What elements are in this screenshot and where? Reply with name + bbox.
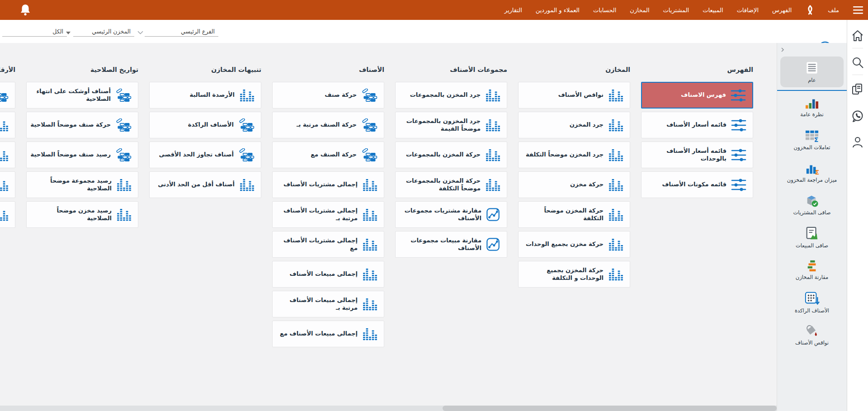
topbar-menu-item[interactable]: ملف [828, 7, 839, 14]
report-card[interactable] [0, 201, 15, 228]
sidebar-item[interactable]: نظرة عامة [777, 91, 847, 123]
report-card-label: حركة صنف [325, 91, 357, 99]
sidebar-item[interactable]: Σتعاملات المخزون [777, 123, 847, 156]
report-card[interactable]: إجمالى مبيعات الأصناف مرتبة بـ [272, 291, 384, 317]
report-card-label: حركة المخزن بالمجموعات [406, 151, 481, 159]
filter-toolbar: المخازن الفرع الرئيسيالمخزن الرئيسيالكل [0, 20, 847, 43]
toolbar-dropdown[interactable]: المخزن الرئيسي [73, 26, 134, 37]
topbar-menu-item[interactable]: الحسابات [593, 7, 616, 14]
search-icon[interactable] [851, 56, 864, 69]
sidebar-item-label: تعاملات المخزون [792, 145, 832, 151]
report-card[interactable]: حركة المخزن بجميع الوحدات و التكلفة [518, 261, 630, 288]
table-sum-icon: Σ [805, 129, 819, 142]
topbar-menu-item[interactable]: الفهرس [772, 7, 792, 14]
topbar-menu-item[interactable]: المشتريات [663, 7, 689, 14]
report-card-label: أصناف أوشكت على انتهاء الصلاحية [30, 88, 111, 103]
equalizer-icon [608, 238, 623, 251]
report-card-label: حركة الصنف مع [311, 151, 357, 159]
sidebar-item[interactable]: الأصناف الراكدة [777, 286, 847, 319]
report-card[interactable]: إجمالى مشتريات الأصناف [272, 171, 384, 198]
report-card[interactable]: إجمالى مبيعات الأصناف مع [272, 321, 384, 347]
report-card[interactable]: الأرصدة السالبة [149, 82, 261, 109]
report-card[interactable]: جرد المخزن بالمجموعات [395, 82, 507, 109]
sidebar-item[interactable]: نواقص الأصناف [777, 319, 847, 351]
report-card[interactable]: جرد المخزن موضحاً التكلفة [518, 142, 630, 168]
report-card-label: حركة المخزن بالمجموعات موضحاً التكلفة [399, 177, 481, 193]
topbar-menu-item[interactable]: التقارير [505, 7, 522, 14]
bricks-icon [115, 89, 132, 102]
report-card[interactable]: حركة الصنف مرتبة بـ [272, 112, 384, 138]
report-card[interactable]: مقارنة مشتريات مجموعات الأصناف [395, 201, 507, 228]
equalizer-icon [608, 118, 623, 132]
report-card[interactable]: حركة الصنف مع [272, 142, 384, 168]
dropdown-selected-value: الفرع الرئيسي [181, 28, 215, 35]
toolbar-dropdown[interactable]: الفرع الرئيسي [145, 26, 218, 37]
report-card[interactable]: مقارنة مبيعات مجموعات الأصناف [395, 231, 507, 258]
report-card[interactable]: إجمالى مشتريات الأصناف مرتبة بـ [272, 201, 384, 228]
report-card[interactable]: قائمه أسعار الأصناف [641, 112, 753, 138]
report-card[interactable]: الأصناف الراكدة [149, 112, 261, 138]
topbar-menu-item[interactable]: المبيعات [703, 7, 723, 14]
report-card[interactable]: فهرس الاصناف [641, 82, 753, 109]
report-card[interactable]: رصيد صنف موضحاً الصلاحية [26, 142, 138, 168]
report-card[interactable] [0, 82, 15, 109]
person-icon[interactable] [851, 135, 864, 149]
report-card[interactable]: جرد المخزون بالمجموعات موضحاً القيمة [395, 112, 507, 138]
topbar-menu-item[interactable]: المخازن [630, 7, 649, 14]
report-card[interactable]: أصناف تجاوز الحد الأقصى [149, 142, 261, 168]
report-card[interactable]: حركة صنف [272, 82, 384, 109]
report-card[interactable]: حركة المخزن بالمجموعات [395, 142, 507, 168]
column-header: المخازن [518, 66, 630, 75]
report-card[interactable]: قائمه أسعار الأصناف بالوحدات [641, 142, 753, 168]
report-card[interactable]: حركة المخزن موضحاً التكلفة [518, 201, 630, 228]
equalizer-icon [0, 148, 9, 162]
toolbar-dropdown[interactable]: الكل [2, 26, 67, 37]
report-card[interactable]: رصيد مجموعة موضحاً الصلاحية [26, 171, 138, 198]
report-card-label: الأرصدة السالبة [190, 91, 235, 99]
report-card[interactable] [0, 142, 15, 168]
bars-sum-icon: Σ [805, 161, 819, 175]
report-card[interactable]: حركة مخزن [518, 171, 630, 198]
report-card[interactable]: قائمه مكونات الأصناف [641, 171, 753, 198]
sidebar-collapse-icon[interactable] [777, 43, 847, 57]
report-card-label: حركة المخزن بجميع الوحدات و التكلفة [522, 267, 604, 282]
sidebar-item[interactable]: صافى المشتريات [777, 189, 847, 221]
equalizer-icon [608, 148, 623, 162]
report-card-label: رصيد صنف موضحاً الصلاحية [31, 151, 111, 159]
sidebar-item[interactable]: مقارنة المخازن [777, 254, 847, 286]
report-card[interactable]: حركة صنف موضحاً الصلاحية [26, 112, 138, 138]
list-doc-icon [805, 61, 819, 75]
report-card[interactable]: إجمالى مشتريات الأصناف مع [272, 231, 384, 258]
copy-docs-icon[interactable] [851, 82, 864, 96]
quick-access-rail [847, 20, 868, 411]
sidebar-item-label: الأصناف الراكدة [793, 308, 831, 314]
equalizer-icon [485, 148, 500, 162]
report-card[interactable]: رصيد مخزن موضحاً الصلاحية [26, 201, 138, 228]
report-card[interactable]: أصناف أوشكت على انتهاء الصلاحية [26, 82, 138, 109]
report-card-label: جرد المخزن موضحاً التكلفة [526, 151, 604, 159]
sidebar-item-label: ميزان مراجعة المخزون [785, 177, 839, 184]
equalizer-icon [0, 178, 9, 192]
report-card[interactable]: نواقص الأصناف [518, 82, 630, 109]
report-card-label: إجمالى مشتريات الأصناف مع [276, 237, 358, 252]
topbar-menu-item[interactable]: الإضافات [737, 7, 759, 14]
svg-text:Σ: Σ [815, 169, 819, 175]
whatsapp-icon[interactable] [851, 109, 864, 123]
hamburger-menu-icon[interactable] [853, 5, 863, 14]
sidebar-item[interactable]: عام [780, 57, 844, 87]
report-card-label: جرد المخزن بالمجموعات [410, 91, 481, 99]
report-card[interactable] [0, 171, 15, 198]
report-card[interactable]: حركة المخزن بالمجموعات موضحاً التكلفة [395, 171, 507, 198]
report-card[interactable]: إجمالى مبيعات الأصناف [272, 261, 384, 288]
topbar-menu-item[interactable]: العملاء و الموردين [536, 7, 580, 14]
report-card[interactable]: أصناف أقل من الحد الأدنى [149, 171, 261, 198]
report-card-label: الأصناف الراكدة [188, 121, 234, 129]
sidebar-item[interactable]: صافى المبيعات [777, 221, 847, 254]
report-card[interactable] [0, 112, 15, 138]
equalizer-icon [608, 268, 623, 281]
report-card[interactable]: حركة مخزن بجميع الوحدات [518, 231, 630, 258]
notifications-bell-icon[interactable] [19, 4, 32, 16]
sidebar-item[interactable]: Σميزان مراجعة المخزون [777, 156, 847, 189]
home-icon[interactable] [851, 29, 864, 43]
report-card[interactable]: جرد المخزن [518, 112, 630, 138]
